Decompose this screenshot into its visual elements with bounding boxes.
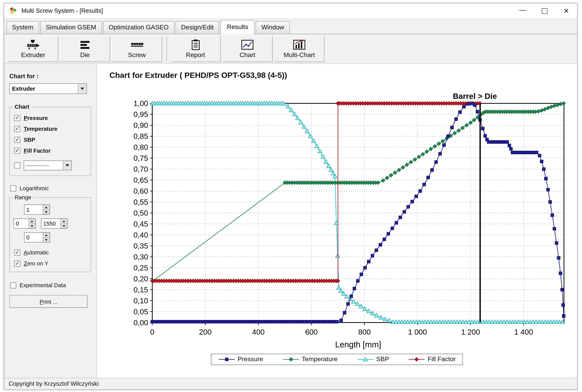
tab-optimization-gaseo[interactable]: Optimization GASEO [103, 21, 174, 34]
tab-results[interactable]: Results [220, 20, 254, 34]
extra-series-select[interactable]: -------------- [24, 160, 72, 170]
range-bottom-value: 0 [24, 233, 43, 242]
svg-text:0,15: 0,15 [134, 286, 148, 294]
maximize-icon [542, 8, 547, 14]
svg-text:0,35: 0,35 [134, 242, 148, 250]
checkbox-row-logarithmic[interactable]: Logarithmic [10, 185, 90, 192]
report-button[interactable]: Report [170, 36, 220, 62]
checkbox-row-pressure[interactable]: Pressure [14, 115, 86, 121]
pressure-label: Pressure [24, 115, 48, 121]
chart-button[interactable]: Chart [222, 36, 272, 62]
checkbox-row-automatic[interactable]: Automatic [14, 249, 86, 256]
svg-text:800: 800 [358, 328, 371, 336]
die-button[interactable]: Die [60, 36, 110, 62]
svg-text:Barrel > Die: Barrel > Die [453, 92, 497, 100]
tab-window[interactable]: Window [256, 21, 290, 34]
title-bar: Multi Screw System - [Results] — ✕ [4, 4, 577, 19]
toolbar-separator [166, 37, 168, 61]
pressure-checkbox[interactable] [14, 115, 20, 121]
svg-text:0,85: 0,85 [134, 132, 148, 140]
range-bottom-spinner[interactable]: 0 [24, 232, 50, 242]
svg-text:1 400: 1 400 [514, 328, 533, 336]
checkbox-row-sbp[interactable]: SBP [14, 136, 86, 143]
svg-text:Length [mm]: Length [mm] [335, 340, 381, 349]
range-top-spinner[interactable]: 1 [24, 204, 50, 214]
svg-text:0,90: 0,90 [134, 121, 148, 130]
checkbox-row-experimental-data[interactable]: Experimental Data [10, 282, 90, 288]
maximize-button[interactable] [534, 4, 555, 18]
experimental-data-label: Experimental Data [20, 282, 66, 288]
legend-marker-icon [408, 356, 425, 363]
legend-marker-icon [357, 356, 374, 363]
range-top-value: 1 [24, 205, 43, 214]
screw-icon [130, 39, 144, 51]
toolbar-label: Chart [240, 52, 255, 59]
extruder-button[interactable]: Extruder [8, 36, 58, 62]
spin-down-icon[interactable] [43, 237, 50, 242]
spin-up-icon[interactable] [29, 219, 36, 224]
legend-item-pressure: Pressure [218, 356, 263, 363]
toolbar: Extruder Die [4, 34, 577, 64]
checkbox-row-temperature[interactable]: Temperature [14, 126, 86, 132]
tab-design-edit[interactable]: Design/Edit [176, 21, 220, 34]
multi-chart-button[interactable]: Multi-Chart [274, 36, 324, 62]
extra-series-value: -------------- [24, 161, 63, 170]
range-min-spinner[interactable]: 0 [14, 218, 36, 229]
fill-factor-checkbox[interactable] [14, 148, 20, 154]
screw-button[interactable]: Screw [112, 36, 162, 62]
svg-text:0,05: 0,05 [134, 308, 148, 316]
range-group: Range 1 0 1550 [9, 197, 91, 272]
svg-text:600: 600 [305, 328, 318, 336]
chevron-down-icon[interactable] [78, 84, 86, 94]
tab-simulation-gsem[interactable]: Simulation GSEM [40, 21, 102, 34]
minimize-button[interactable]: — [512, 4, 534, 18]
spin-up-icon[interactable] [43, 205, 50, 210]
legend-item-sbp: SBP [357, 356, 389, 363]
extruder-icon [26, 39, 40, 51]
range-max-spinner[interactable]: 1550 [41, 218, 68, 229]
sbp-checkbox[interactable] [14, 136, 20, 142]
svg-text:1 200: 1 200 [461, 328, 480, 336]
svg-text:1 000: 1 000 [408, 328, 427, 336]
spin-down-icon[interactable] [61, 224, 68, 228]
app-window: Multi Screw System - [Results] — ✕ Syste… [4, 3, 578, 390]
svg-text:0,50: 0,50 [134, 209, 148, 217]
zero-on-y-label: Zero on Y [24, 260, 48, 266]
print-button[interactable]: Print ... [9, 295, 88, 308]
zero-on-y-checkbox[interactable] [14, 260, 20, 266]
chart-for-select[interactable]: Extruder [9, 84, 87, 94]
spin-down-icon[interactable] [43, 210, 50, 214]
tab-system[interactable]: System [6, 21, 39, 34]
logarithmic-checkbox[interactable] [10, 185, 16, 191]
svg-text:0: 0 [150, 328, 154, 336]
chart-for-value: Extruder [10, 84, 78, 94]
chart-group-title: Chart [13, 103, 31, 110]
checkbox-row-zero-on-y[interactable]: Zero on Y [14, 260, 86, 266]
svg-text:1,00: 1,00 [134, 99, 148, 108]
chart-icon [240, 39, 254, 51]
experimental-data-checkbox[interactable] [10, 282, 16, 288]
chevron-down-icon[interactable] [63, 161, 72, 170]
spin-down-icon[interactable] [29, 224, 36, 228]
automatic-checkbox[interactable] [14, 250, 20, 256]
logarithmic-label: Logarithmic [20, 185, 49, 192]
status-bar: Copyright by Krzysztof Wilczyński [4, 378, 577, 390]
toolbar-label: Multi-Chart [284, 52, 315, 59]
svg-text:0,70: 0,70 [134, 165, 148, 173]
close-button[interactable]: ✕ [555, 4, 577, 18]
svg-text:0,10: 0,10 [134, 296, 148, 305]
checkbox-row-fill-factor[interactable]: Fill Factor [14, 148, 86, 154]
fill-factor-label: Fill Factor [24, 148, 51, 154]
temperature-label: Temperature [24, 126, 58, 132]
status-text: Copyright by Krzysztof Wilczyński [9, 380, 99, 387]
minimize-icon: — [519, 6, 526, 13]
extra-series-checkbox[interactable] [14, 162, 20, 168]
range-max-value: 1550 [41, 219, 60, 228]
window-title: Multi Screw System - [Results] [22, 8, 103, 14]
spin-up-icon[interactable] [61, 219, 68, 224]
temperature-checkbox[interactable] [14, 126, 20, 132]
spin-up-icon[interactable] [43, 233, 50, 237]
toolbar-label: Die [80, 52, 90, 59]
print-button-label: Print ... [40, 298, 58, 305]
automatic-label: Automatic [24, 249, 49, 256]
